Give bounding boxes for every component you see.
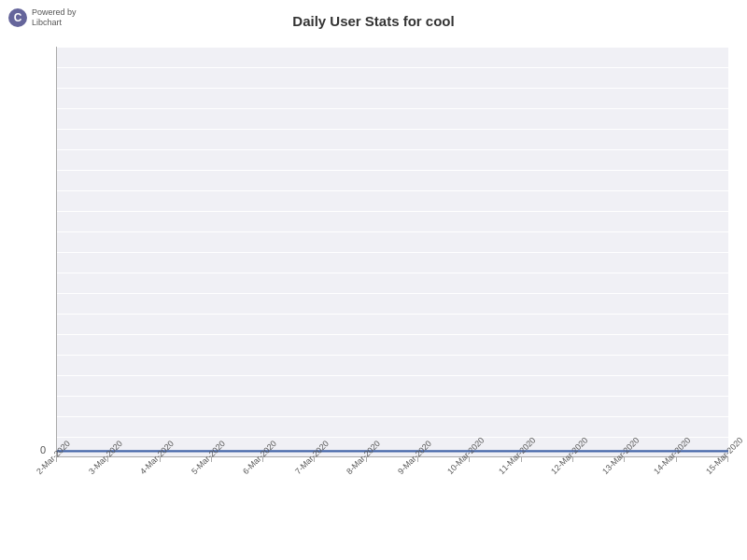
x-tick-container: 9-Mar-2020	[417, 457, 418, 479]
x-tick-container: 12-Mar-2020	[572, 457, 573, 479]
chart-container: C Powered by Libchart Daily User Stats f…	[0, 0, 747, 560]
x-axis: 2-Mar-20203-Mar-20204-Mar-20205-Mar-2020…	[56, 457, 728, 546]
x-tick-container: 8-Mar-2020	[366, 457, 367, 479]
x-tick-container: 4-Mar-2020	[160, 457, 161, 479]
x-tick-container: 7-Mar-2020	[314, 457, 315, 479]
x-tick-container: 11-Mar-2020	[521, 457, 522, 479]
x-tick-container: 10-Mar-2020	[469, 457, 470, 479]
chart-plot-area	[56, 47, 728, 457]
x-tick-container: 2-Mar-2020	[56, 457, 57, 479]
x-tick-container: 14-Mar-2020	[676, 457, 677, 479]
y-axis-label-0: 0	[40, 444, 46, 455]
x-tick-container: 5-Mar-2020	[211, 457, 212, 479]
x-tick-container: 13-Mar-2020	[624, 457, 625, 479]
y-axis-line	[56, 47, 57, 457]
x-tick-container: 15-Mar-2020	[727, 457, 728, 479]
chart-title: Daily User Stats for cool	[0, 13, 747, 29]
x-tick-container: 6-Mar-2020	[262, 457, 263, 479]
x-tick-container: 3-Mar-2020	[107, 457, 108, 479]
data-line-svg	[56, 47, 728, 457]
